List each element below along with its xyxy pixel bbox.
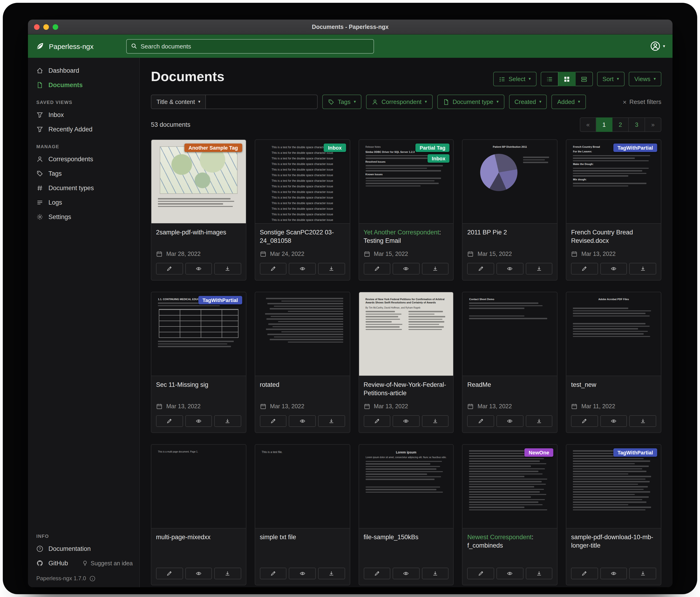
document-card[interactable]: TagWithPartial French Country BreadFor t… xyxy=(566,139,661,281)
tags-filter-button[interactable]: Tags ▾ xyxy=(322,95,361,109)
view-button[interactable] xyxy=(289,415,316,427)
document-tag[interactable]: NewOne xyxy=(524,448,553,457)
document-thumbnail[interactable]: Patient BP Distribution 2011 xyxy=(463,140,557,224)
view-list-button[interactable] xyxy=(541,72,558,86)
document-tag[interactable]: Another Sample Tag xyxy=(184,144,242,152)
download-button[interactable] xyxy=(526,415,552,427)
sidebar-item-recently-added[interactable]: Recently Added xyxy=(28,122,139,137)
view-button[interactable] xyxy=(393,263,419,274)
download-button[interactable] xyxy=(318,263,345,274)
view-button[interactable] xyxy=(497,415,523,427)
view-button[interactable] xyxy=(600,415,627,427)
view-button[interactable] xyxy=(600,568,627,579)
document-card[interactable]: Inbox This is a test for the double spac… xyxy=(255,139,350,281)
download-button[interactable] xyxy=(629,415,656,427)
view-details-button[interactable] xyxy=(575,72,593,86)
select-button[interactable]: Select ▾ xyxy=(493,72,536,86)
view-button[interactable] xyxy=(600,263,627,274)
document-card[interactable]: This is a test file. simple txt file xyxy=(255,444,350,586)
document-card[interactable]: Lorem ipsumLorem ipsum dolor sit amet, c… xyxy=(358,444,454,586)
sidebar-item-inbox[interactable]: Inbox xyxy=(28,108,139,122)
correspondent-filter-button[interactable]: Correspondent ▾ xyxy=(366,95,432,109)
sidebar-item-documents[interactable]: Documents xyxy=(28,78,139,92)
edit-button[interactable] xyxy=(467,415,494,427)
download-button[interactable] xyxy=(214,568,241,579)
document-tag[interactable]: Inbox xyxy=(324,144,346,152)
document-correspondent[interactable]: Yet Another Correspondent xyxy=(364,229,439,236)
sidebar-item-github[interactable]: GitHub xyxy=(28,556,71,570)
edit-button[interactable] xyxy=(364,415,390,427)
zoom-window-button[interactable] xyxy=(53,24,58,30)
document-title[interactable]: Yet Another Correspondent: Testing Email xyxy=(364,229,449,246)
views-button[interactable]: Views ▾ xyxy=(629,72,661,86)
document-card[interactable]: Review of New York Federal Petitions for… xyxy=(358,292,454,433)
document-thumbnail[interactable]: Review of New York Federal Petitions for… xyxy=(359,292,453,376)
download-button[interactable] xyxy=(422,415,449,427)
document-card[interactable]: Another Sample Tag 2sample-pdf-with-imag… xyxy=(151,139,246,281)
edit-button[interactable] xyxy=(156,568,183,579)
edit-button[interactable] xyxy=(364,568,390,579)
download-button[interactable] xyxy=(214,415,241,427)
pagination-next[interactable]: » xyxy=(645,117,661,132)
sidebar-item-suggest-idea[interactable]: Suggest an idea xyxy=(82,560,139,567)
document-card[interactable]: rotated Mar 13, 2022 xyxy=(255,292,350,433)
sort-button[interactable]: Sort ▾ xyxy=(597,72,625,86)
document-thumbnail[interactable]: NewOne xyxy=(463,445,557,528)
document-tag[interactable]: TagWithPartial xyxy=(614,448,657,457)
edit-button[interactable] xyxy=(260,263,287,274)
document-title[interactable]: multi-page-mixedxx xyxy=(156,533,241,551)
document-card[interactable]: TagWithPartial sample-pdf-download-10-mb… xyxy=(566,444,661,586)
download-button[interactable] xyxy=(214,263,241,274)
document-title[interactable]: Review-of-New-York-Federal-Petitions-art… xyxy=(364,381,449,399)
download-button[interactable] xyxy=(629,568,656,579)
brand[interactable]: Paperless-ngx xyxy=(35,42,94,51)
document-title[interactable]: sample-pdf-download-10-mb-longer-title xyxy=(571,533,656,551)
view-button[interactable] xyxy=(185,263,212,274)
edit-button[interactable] xyxy=(467,568,494,579)
document-card[interactable]: This is a multi page document. Page 1. m… xyxy=(151,444,246,586)
document-title[interactable]: 2011 BP Pie 2 xyxy=(467,229,553,246)
edit-button[interactable] xyxy=(156,263,183,274)
sidebar-item-settings[interactable]: Settings xyxy=(28,210,139,224)
sidebar-item-tags[interactable]: Tags xyxy=(28,166,139,181)
document-thumbnail[interactable]: Partial TagInbox Release NotesSimba ODBC… xyxy=(359,140,453,224)
document-type-filter-button[interactable]: Document type ▾ xyxy=(437,95,504,109)
pagination-page-3[interactable]: 3 xyxy=(629,117,645,132)
sidebar-item-dashboard[interactable]: Dashboard xyxy=(28,63,139,78)
document-title[interactable]: 2sample-pdf-with-images xyxy=(156,229,241,246)
document-thumbnail[interactable]: This is a test file. xyxy=(255,445,350,528)
document-title[interactable]: Sonstige ScanPC2022 03-24_081058 xyxy=(260,229,345,246)
document-title[interactable]: test_new xyxy=(571,381,656,399)
edit-button[interactable] xyxy=(156,415,183,427)
document-title[interactable]: French Country Bread Revised.docx xyxy=(571,229,656,246)
document-thumbnail[interactable]: Lorem ipsumLorem ipsum dolor sit amet, c… xyxy=(359,445,453,528)
download-button[interactable] xyxy=(422,568,449,579)
document-thumbnail[interactable]: TagWithPartial xyxy=(566,445,661,528)
document-tag[interactable]: TagWithPartial xyxy=(614,144,657,152)
document-card[interactable]: Patient BP Distribution 2011 2011 BP Pie… xyxy=(462,139,558,281)
document-card[interactable]: TagWithPartial 1.1. CONTINUING MEDICAL E… xyxy=(151,292,246,433)
download-button[interactable] xyxy=(422,263,449,274)
document-title[interactable]: file-sample_150kBs xyxy=(364,533,449,551)
view-button[interactable] xyxy=(393,415,419,427)
sidebar-item-documentation[interactable]: ? Documentation xyxy=(28,542,139,556)
view-button[interactable] xyxy=(185,415,212,427)
document-thumbnail[interactable]: Another Sample Tag xyxy=(151,140,246,224)
search-input[interactable] xyxy=(141,43,369,50)
title-content-dropdown[interactable]: Title & content ▾ xyxy=(151,95,206,109)
pagination-page-2[interactable]: 2 xyxy=(612,117,629,132)
document-thumbnail[interactable]: TagWithPartial 1.1. CONTINUING MEDICAL E… xyxy=(151,292,246,376)
created-filter-button[interactable]: Created ▾ xyxy=(509,95,547,109)
document-correspondent[interactable]: Newest Correspondent xyxy=(467,534,532,541)
user-menu[interactable]: ▾ xyxy=(650,41,665,51)
document-title[interactable]: Newest Correspondent: f_combineds xyxy=(467,533,553,551)
minimize-window-button[interactable] xyxy=(43,24,49,30)
download-button[interactable] xyxy=(526,263,552,274)
edit-button[interactable] xyxy=(571,415,598,427)
view-button[interactable] xyxy=(497,568,523,579)
edit-button[interactable] xyxy=(260,415,287,427)
pagination-prev[interactable]: « xyxy=(580,117,596,132)
document-tag[interactable]: Partial Tag xyxy=(416,144,450,152)
document-title[interactable]: rotated xyxy=(260,381,345,399)
document-tag[interactable]: Inbox xyxy=(428,154,450,163)
